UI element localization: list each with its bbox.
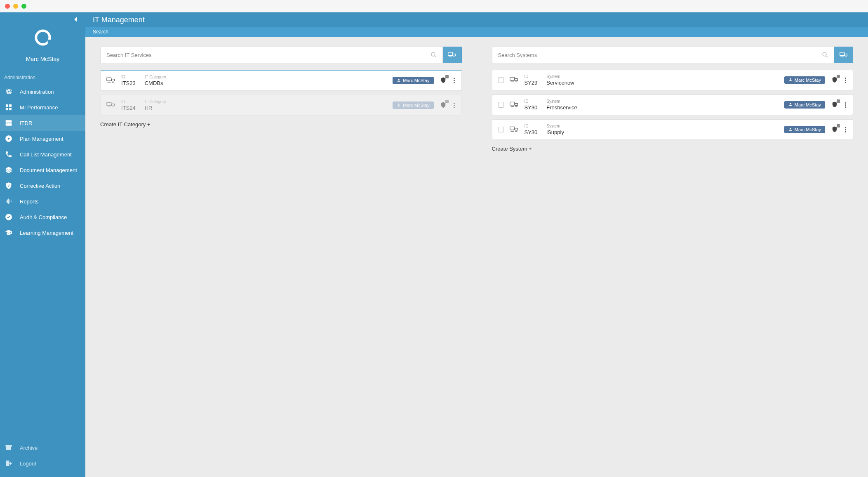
svg-rect-18	[6, 445, 12, 446]
sidebar-item-label: Administration	[20, 89, 54, 95]
owner-name: Marc McStay	[795, 78, 821, 83]
shield-icon[interactable]	[831, 101, 838, 109]
sidebar-item-document-management[interactable]: Document Management	[0, 162, 85, 178]
window-controls	[5, 4, 26, 9]
svg-rect-31	[107, 102, 111, 106]
row-menu-button[interactable]	[844, 102, 847, 109]
device-icon	[106, 102, 115, 109]
list-card[interactable]: IDSY29SystemServicenowMarc McStay	[492, 70, 854, 90]
shield-icon[interactable]	[831, 126, 838, 133]
category-label: System	[546, 74, 574, 79]
svg-rect-6	[9, 108, 12, 110]
sidebar-item-administration[interactable]: Administration	[0, 84, 85, 99]
list-card[interactable]: IDSY30SystemiSupplyMarc McStay	[492, 119, 854, 140]
create-system-link[interactable]: Create System +	[492, 146, 854, 152]
sidebar-collapse-button[interactable]	[0, 12, 85, 23]
page-title: IT Management	[85, 12, 868, 27]
it-services-pane: IDITS23IT CategoryCMDBsMarc McStayIDITS2…	[85, 37, 477, 477]
shield-icon[interactable]	[831, 76, 838, 84]
owner-chip[interactable]: Marc McStay	[784, 101, 825, 109]
row-checkbox[interactable]	[498, 77, 504, 83]
svg-rect-24	[453, 54, 455, 56]
device-icon	[510, 102, 519, 108]
svg-point-9	[7, 121, 8, 122]
chevron-left-icon	[72, 16, 80, 23]
svg-point-10	[7, 124, 8, 125]
sidebar-item-plan-management[interactable]: Plan Management	[0, 131, 85, 146]
svg-rect-40	[844, 54, 847, 56]
systems-view-button[interactable]	[834, 47, 853, 63]
tab-search[interactable]: Search	[93, 29, 108, 35]
svg-rect-28	[112, 79, 115, 81]
sidebar-item-itdr[interactable]: ITDR	[0, 115, 85, 131]
list-card[interactable]: IDSY30SystemFreshserviceMarc McStay	[492, 94, 854, 115]
sidebar-item-call-list-management[interactable]: Call List Management	[0, 146, 85, 162]
shield-icon[interactable]	[440, 77, 447, 84]
svg-point-30	[398, 79, 400, 80]
shield-icon[interactable]	[440, 102, 447, 109]
id-value: ITS24	[121, 105, 136, 111]
sidebar-item-archive[interactable]: Archive	[0, 440, 85, 456]
device-icon	[510, 77, 519, 83]
owner-chip[interactable]: Marc McStay	[784, 76, 825, 84]
name-value: CMDBs	[145, 80, 166, 86]
sidebar-item-label: Corrective Action	[20, 183, 60, 189]
tabbar: Search	[85, 27, 868, 37]
row-menu-button[interactable]	[453, 102, 456, 109]
sidebar-nav: AdministrationMI PerformanceITDRPlan Man…	[0, 84, 85, 437]
sidebar-item-logout[interactable]: Logout	[0, 456, 85, 471]
owner-chip[interactable]: Marc McStay	[784, 126, 825, 133]
sidebar-item-label: Archive	[20, 445, 38, 451]
svg-point-20	[431, 52, 435, 56]
id-value: ITS23	[121, 80, 136, 86]
list-card[interactable]: IDITS24IT CategoryHRMarc McStay	[100, 95, 462, 116]
device-icon	[510, 126, 519, 133]
svg-rect-3	[6, 104, 8, 106]
search-systems-box	[492, 47, 835, 63]
sidebar-section-label: Administration	[0, 71, 85, 84]
list-card[interactable]: IDITS23IT CategoryCMDBsMarc McStay	[100, 70, 462, 91]
category-label: IT Category	[145, 75, 166, 79]
close-window[interactable]	[5, 4, 10, 9]
card-fields: IDSY30SystemiSupply	[525, 124, 779, 135]
id-value: SY29	[525, 80, 538, 86]
owner-chip[interactable]: Marc McStay	[393, 102, 433, 109]
row-menu-button[interactable]	[844, 126, 847, 133]
id-value: SY30	[525, 104, 538, 111]
sidebar-item-audit-compliance[interactable]: Audit & Compliance	[0, 209, 85, 225]
sidebar-item-reports[interactable]: Reports	[0, 194, 85, 209]
settings-icon	[5, 88, 12, 95]
owner-name: Marc McStay	[795, 102, 821, 107]
device-icon	[106, 77, 115, 84]
search-systems-input[interactable]	[498, 52, 822, 58]
name-value: iSupply	[546, 129, 564, 135]
sidebar-item-label: Document Management	[20, 167, 77, 173]
owner-chip[interactable]: Marc McStay	[393, 77, 433, 84]
it-services-view-button[interactable]	[443, 47, 462, 63]
search-it-services-box	[100, 47, 443, 63]
svg-rect-4	[9, 104, 12, 106]
owner-name: Marc McStay	[403, 103, 429, 108]
row-checkbox[interactable]	[498, 127, 504, 132]
systems-pane: IDSY29SystemServicenowMarc McStayIDSY30S…	[477, 37, 868, 477]
minimize-window[interactable]	[13, 4, 18, 9]
app-window: 2 Marc McStay Administration Administrat…	[0, 0, 868, 477]
maximize-window[interactable]	[21, 4, 26, 9]
sidebar-bottom: ArchiveLogout	[0, 437, 85, 477]
create-it-category-link[interactable]: Create IT Category +	[100, 121, 462, 128]
person-icon	[397, 103, 401, 108]
sidebar-item-mi-performance[interactable]: MI Performance	[0, 99, 85, 115]
main: IT Management Search	[85, 12, 868, 477]
card-actions: Marc McStay	[784, 101, 847, 109]
sidebar-item-learning-management[interactable]: Learning Management	[0, 225, 85, 241]
sidebar-item-label: Learning Management	[20, 230, 73, 236]
shield-icon	[5, 182, 12, 189]
plan-icon	[5, 135, 12, 142]
sidebar-item-corrective-action[interactable]: Corrective Action	[0, 178, 85, 194]
row-checkbox[interactable]	[498, 102, 504, 108]
search-it-services-input[interactable]	[106, 52, 430, 58]
svg-point-36	[823, 52, 826, 56]
row-menu-button[interactable]	[453, 77, 456, 84]
reports-icon	[5, 198, 12, 205]
row-menu-button[interactable]	[844, 77, 847, 84]
